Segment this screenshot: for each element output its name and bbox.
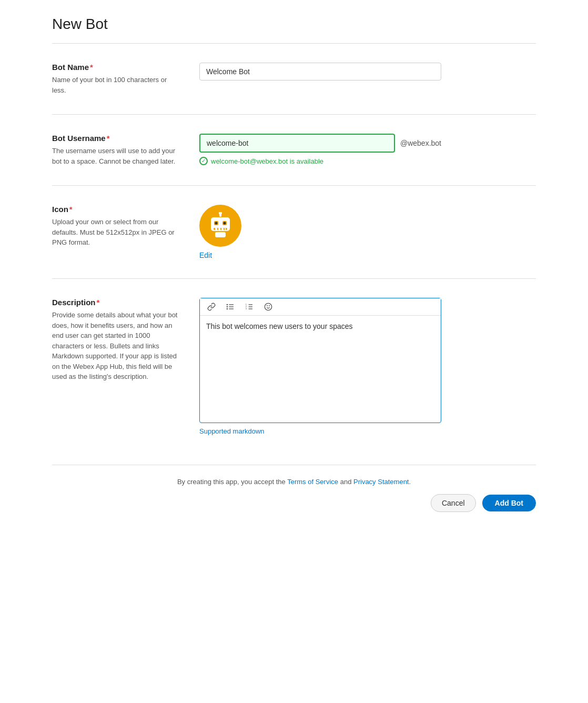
description-input-col: 1 2 3 This bot welcomes [199, 298, 536, 435]
bot-username-input[interactable] [199, 134, 395, 153]
bot-username-input-col: @webex.bot welcome-bot@webex.bot is avai… [199, 134, 536, 166]
bot-name-section: Bot Name* Name of your bot in 100 charac… [52, 44, 536, 114]
footer-buttons: Cancel Add Bot [431, 494, 536, 512]
footer: By creating this app, you accept the Ter… [52, 465, 536, 517]
icon-input-col: Edit [199, 205, 536, 259]
svg-point-18 [227, 308, 227, 309]
bot-name-description: Name of your bot in 100 characters or le… [52, 75, 178, 95]
add-bot-button[interactable]: Add Bot [482, 495, 536, 511]
bot-name-label: Bot Name* [52, 63, 178, 72]
unordered-list-toolbar-button[interactable] [224, 302, 237, 312]
username-available-message: welcome-bot@webex.bot is available [199, 157, 536, 165]
svg-point-25 [265, 303, 271, 310]
ordered-list-icon: 1 2 3 [245, 303, 254, 311]
at-webex-suffix: @webex.bot [400, 139, 441, 147]
bot-name-input[interactable] [199, 63, 441, 81]
svg-point-16 [227, 304, 227, 305]
icon-label-col: Icon* Upload your own or select from our… [52, 205, 178, 259]
unordered-list-icon [226, 303, 235, 311]
bot-username-label: Bot Username* [52, 134, 178, 143]
svg-point-5 [215, 222, 218, 225]
svg-rect-11 [225, 228, 226, 230]
icon-edit-link[interactable]: Edit [199, 251, 212, 259]
svg-rect-12 [215, 232, 226, 237]
editor-toolbar: 1 2 3 [200, 298, 441, 316]
check-circle-icon [199, 157, 208, 165]
svg-point-1 [219, 212, 222, 215]
markdown-help-link[interactable]: Supported markdown [199, 427, 265, 435]
description-editor: 1 2 3 This bot welcomes [199, 298, 441, 423]
bot-username-section: Bot Username* The username users will us… [52, 115, 536, 185]
description-description: Provide some details about what your bot… [52, 310, 178, 382]
bot-username-label-col: Bot Username* The username users will us… [52, 134, 178, 166]
svg-rect-9 [218, 228, 220, 230]
link-toolbar-button[interactable] [205, 302, 218, 312]
privacy-statement-link[interactable]: Privacy Statement. [353, 478, 411, 486]
robot-svg [207, 212, 234, 239]
username-row: @webex.bot [199, 134, 441, 153]
ordered-list-toolbar-button[interactable]: 1 2 3 [243, 302, 256, 312]
bot-icon [199, 205, 241, 247]
emoji-toolbar-button[interactable] [262, 302, 275, 312]
svg-rect-8 [215, 228, 217, 230]
footer-terms: By creating this app, you accept the Ter… [52, 478, 536, 486]
icon-label: Icon* [52, 205, 178, 214]
page-title: New Bot [52, 16, 536, 33]
svg-text:3: 3 [246, 307, 247, 310]
description-label-col: Description* Provide some details about … [52, 298, 178, 435]
description-section: Description* Provide some details about … [52, 279, 536, 454]
description-label: Description* [52, 298, 178, 307]
bot-name-input-col [199, 63, 536, 95]
bot-username-description: The username users will use to add your … [52, 146, 178, 166]
svg-point-17 [227, 306, 227, 307]
description-textarea[interactable]: This bot welcomes new users to your spac… [200, 316, 441, 421]
bot-name-label-col: Bot Name* Name of your bot in 100 charac… [52, 63, 178, 95]
svg-point-6 [224, 222, 226, 225]
terms-of-service-link[interactable]: Terms of Service [287, 478, 338, 486]
icon-description: Upload your own or select from our defau… [52, 217, 178, 248]
svg-rect-10 [221, 228, 224, 230]
icon-section: Icon* Upload your own or select from our… [52, 186, 536, 278]
cancel-button[interactable]: Cancel [431, 494, 476, 512]
icon-container: Edit [199, 205, 536, 259]
emoji-icon [264, 303, 272, 311]
link-icon [207, 303, 216, 311]
